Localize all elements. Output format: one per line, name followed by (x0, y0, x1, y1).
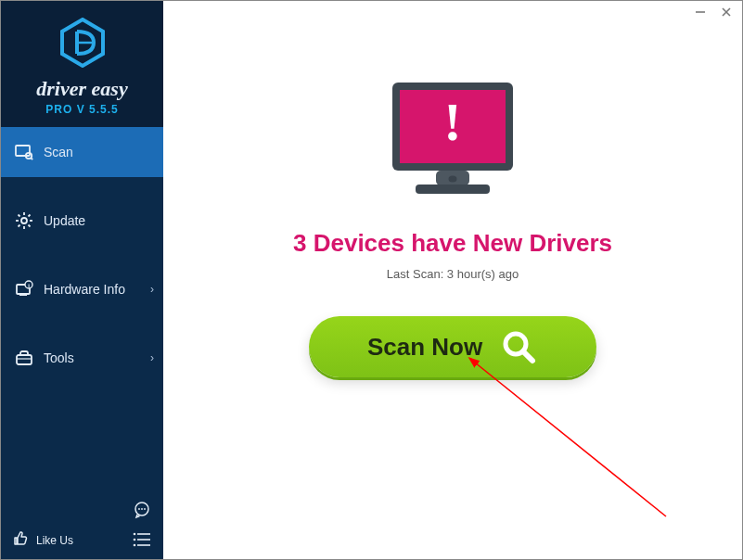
sidebar-item-label: Tools (44, 350, 74, 365)
svg-line-14 (19, 225, 20, 227)
sidebar-item-label: Scan (44, 145, 73, 159)
thumbs-up-icon (12, 530, 29, 550)
svg-line-11 (19, 215, 20, 217)
titlebar (163, 1, 742, 23)
close-button[interactable] (718, 4, 735, 20)
svg-line-5 (31, 158, 32, 159)
sidebar-item-update[interactable]: Update (1, 196, 163, 246)
svg-line-41 (523, 351, 532, 361)
headline-text: 3 Devices have New Drivers (163, 229, 742, 258)
toolbox-icon (14, 348, 34, 368)
last-scan-text: Last Scan: 3 hour(s) ago (163, 267, 742, 281)
svg-point-22 (138, 508, 140, 510)
svg-point-29 (134, 544, 136, 547)
scan-button-label: Scan Now (367, 333, 482, 362)
svg-line-42 (475, 363, 666, 516)
minimize-button[interactable] (692, 4, 709, 20)
brand-logo-icon (57, 18, 109, 71)
svg-line-12 (29, 225, 31, 227)
chevron-right-icon: › (150, 351, 154, 364)
svg-text:!: ! (443, 92, 461, 152)
sidebar-item-tools[interactable]: Tools › (1, 333, 163, 383)
svg-point-27 (134, 539, 136, 541)
svg-point-23 (141, 508, 143, 510)
hardware-info-icon: i (14, 279, 34, 299)
feedback-icon[interactable] (132, 500, 152, 520)
magnify-icon (499, 327, 538, 366)
chevron-right-icon: › (150, 283, 154, 296)
svg-rect-3 (16, 146, 30, 156)
svg-point-25 (134, 533, 136, 536)
gear-icon (14, 210, 34, 231)
svg-point-6 (21, 218, 27, 223)
svg-rect-39 (416, 185, 490, 194)
like-us-button[interactable]: Like Us (12, 530, 73, 550)
svg-rect-16 (19, 294, 27, 296)
menu-list-icon[interactable] (132, 529, 152, 550)
sidebar: driver easy PRO V 5.5.5 Scan Update i (1, 1, 163, 559)
sidebar-item-label: Update (44, 213, 85, 228)
svg-rect-19 (17, 355, 32, 364)
like-us-label: Like Us (36, 534, 73, 547)
brand-version-text: PRO V 5.5.5 (1, 103, 163, 116)
brand-name-text: driver easy (1, 77, 163, 101)
scan-icon (14, 142, 34, 162)
nav: Scan Update i Hardware Info › (1, 127, 163, 490)
svg-point-24 (144, 508, 146, 510)
sidebar-item-hardware-info[interactable]: i Hardware Info › (1, 264, 163, 314)
footer-right-icons (132, 500, 152, 550)
monitor-alert-icon: ! (378, 75, 527, 214)
app-window: driver easy PRO V 5.5.5 Scan Update i (0, 0, 743, 560)
annotation-arrow-icon (453, 350, 675, 535)
sidebar-footer: Like Us (1, 490, 163, 559)
sidebar-header: driver easy PRO V 5.5.5 (1, 1, 163, 127)
sidebar-item-scan[interactable]: Scan (1, 127, 163, 177)
svg-line-13 (29, 215, 31, 217)
main-panel: ! 3 Devices have New Drivers Last Scan: … (163, 1, 742, 559)
scan-content: ! 3 Devices have New Drivers Last Scan: … (163, 23, 742, 377)
sidebar-item-label: Hardware Info (44, 282, 125, 297)
scan-now-button[interactable]: Scan Now (309, 316, 596, 377)
svg-point-38 (449, 176, 457, 183)
